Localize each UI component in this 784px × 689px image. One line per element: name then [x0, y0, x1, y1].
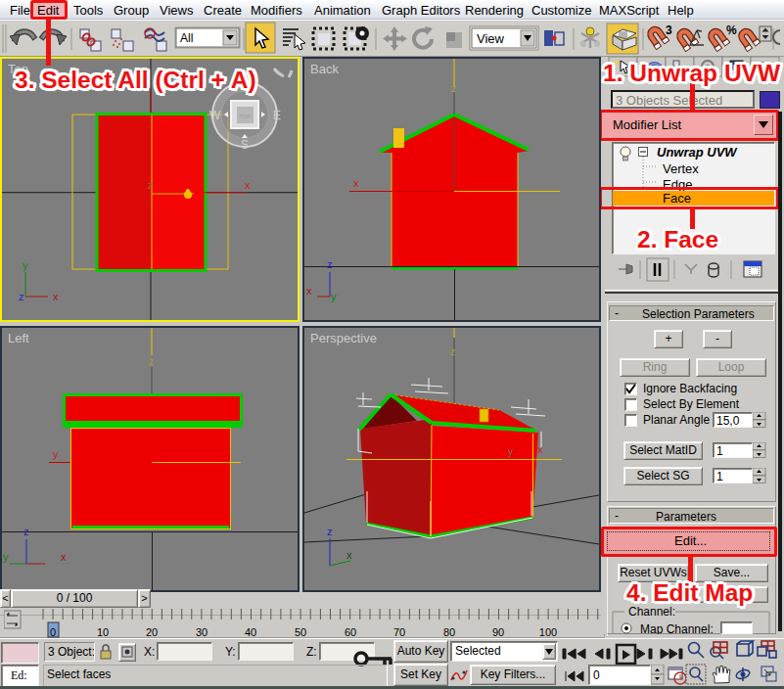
svg-text:z: z [148, 180, 153, 191]
svg-text:View: View [477, 31, 505, 46]
svg-text:z: z [19, 291, 24, 302]
svg-text:z: z [327, 526, 333, 537]
svg-text:y: y [331, 291, 337, 302]
svg-text:60: 60 [345, 626, 356, 638]
svg-text:y: y [508, 446, 513, 457]
svg-text:z: z [23, 526, 29, 537]
svg-text:z: z [450, 346, 455, 357]
svg-text:x: x [61, 551, 67, 563]
svg-text:TOP: TOP [239, 114, 251, 119]
svg-text:x: x [245, 179, 251, 191]
svg-text:W: W [209, 109, 221, 122]
svg-text:z: z [327, 258, 333, 270]
svg-text:%: % [726, 23, 737, 37]
svg-text:50: 50 [295, 626, 306, 638]
svg-text:x: x [306, 285, 312, 297]
svg-text:All: All [180, 31, 193, 45]
svg-text:y: y [3, 551, 9, 563]
svg-text:x: x [53, 291, 59, 302]
svg-text:y: y [23, 259, 28, 271]
svg-text:80: 80 [443, 626, 455, 638]
svg-text:100: 100 [539, 626, 557, 638]
svg-text:20: 20 [146, 626, 158, 638]
svg-text:y: y [53, 448, 59, 460]
svg-text:S: S [241, 138, 249, 152]
svg-text:x: x [537, 443, 543, 455]
svg-text:30: 30 [196, 626, 208, 638]
svg-text:z: z [149, 356, 154, 367]
svg-text:x: x [346, 549, 352, 561]
svg-text:90: 90 [492, 626, 504, 638]
svg-text:3: 3 [666, 23, 672, 37]
svg-text:40: 40 [245, 626, 256, 638]
svg-text:70: 70 [393, 626, 405, 638]
svg-text:0: 0 [50, 626, 56, 638]
svg-text:x: x [353, 177, 359, 189]
svg-text:E: E [273, 109, 281, 122]
svg-text:10: 10 [97, 626, 109, 638]
